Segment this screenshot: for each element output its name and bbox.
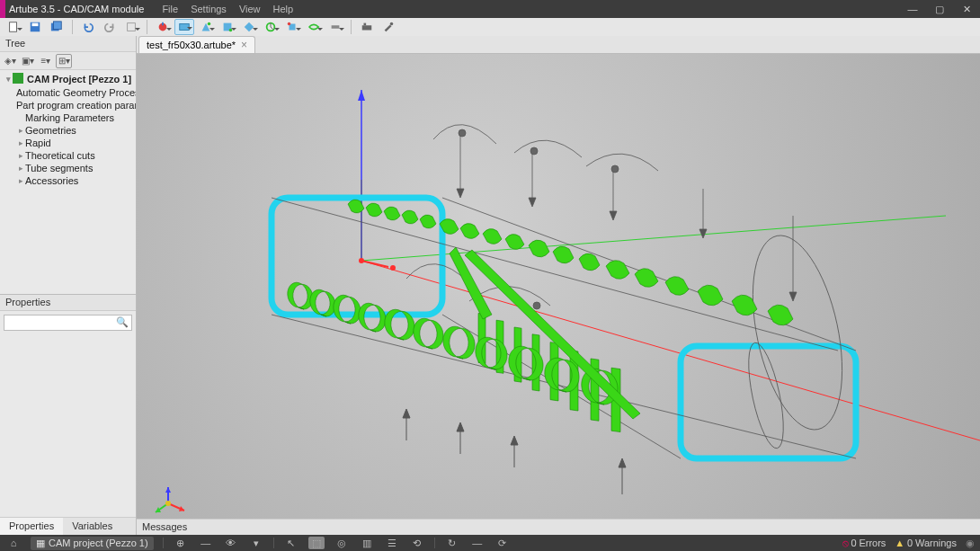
warnings-status[interactable]: ▲ 0 Warnings [895,538,957,548]
errors-status[interactable]: ⦸ 0 Errors [842,538,886,549]
svg-marker-66 [619,458,626,467]
svg-point-11 [229,29,233,32]
svg-marker-64 [511,436,518,445]
tree-mode-icon[interactable]: ⊞▾ [56,54,72,68]
maximize-button[interactable]: ▢ [926,0,953,18]
svg-point-40 [611,165,619,173]
close-tab-icon[interactable]: × [241,39,247,51]
errors-label: Errors [859,538,886,548]
sb-dash2-icon[interactable]: — [469,537,486,549]
sb-play-icon[interactable]: ⟳ [494,537,511,549]
sb-globe-icon[interactable]: ⊕ [173,537,189,549]
tree-item-theoretical-cuts[interactable]: ▸Theoretical cuts [0,149,136,162]
tree-item-geometries[interactable]: ▸Geometries [0,124,136,137]
tree-root[interactable]: ▾ CAM Project [Pezzo 1] [0,72,136,86]
close-button[interactable]: ✕ [953,0,980,18]
sb-snap-icon[interactable]: ◎ [334,537,350,549]
sb-select-icon[interactable]: ⬚ [308,537,325,549]
expand-icon[interactable]: ▸ [16,138,25,147]
3d-viewport[interactable] [137,54,980,519]
menu-help[interactable]: Help [273,4,294,14]
svg-marker-31 [529,198,536,207]
tree-root-label: CAM Project [Pezzo 1] [27,74,131,84]
svg-point-42 [533,302,540,309]
tree-item-rapid[interactable]: ▸Rapid [0,137,136,149]
sb-dash-icon[interactable]: — [198,537,214,549]
svg-point-14 [288,22,291,26]
document-tab[interactable]: test_fr50x30.artube* × [138,36,255,53]
sb-dropdown-icon[interactable]: ▾ [248,537,264,549]
svg-rect-10 [224,23,232,31]
tree-item-auto-geometry[interactable]: Automatic Geometry Proces [0,86,136,99]
tree-item-part-program[interactable]: Part program creation paran [0,99,136,111]
titlebar: Artube 3.5 - CAD/CAM module File Setting… [0,0,980,18]
messages-panel-header[interactable]: Messages [137,519,980,535]
menu-view[interactable]: View [239,4,261,14]
warnings-label: Warnings [915,538,957,548]
save-all-button[interactable] [47,19,67,35]
view-triad [156,487,184,512]
svg-marker-60 [403,409,410,418]
svg-rect-8 [180,24,190,31]
statusbar: ⌂ ▦ CAM project (Pezzo 1) ⊕ — 👁 ▾ ↖ ⬚ ◎ … [0,535,980,551]
tree-item-tube-segments[interactable]: ▸Tube segments [0,162,136,174]
menu-settings[interactable]: Settings [191,4,227,14]
svg-rect-5 [128,23,136,31]
sb-eye-icon[interactable]: 👁 [223,537,239,549]
svg-point-25 [390,265,396,271]
right-panel: test_fr50x30.artube* × [137,36,980,535]
sb-home-icon[interactable]: ⌂ [5,537,22,549]
properties-header: Properties [0,295,136,311]
sb-project-tab[interactable]: ▦ CAM project (Pezzo 1) [31,537,154,550]
minimize-button[interactable]: — [899,0,926,18]
collapse-icon[interactable]: ▾ [4,75,13,84]
svg-marker-37 [789,292,797,301]
sb-refresh-icon[interactable]: ↻ [444,537,460,549]
wireframe [272,125,858,458]
tool-4-button[interactable] [261,19,281,35]
warnings-count: 0 [907,538,913,548]
svg-marker-29 [457,189,464,198]
sb-layer-icon[interactable]: ☰ [384,537,400,549]
expand-icon[interactable]: ▸ [16,176,25,185]
tree-sort-icon[interactable]: ≡▾ [38,54,54,68]
cam-process-button[interactable] [153,19,173,35]
tab-variables[interactable]: Variables [63,518,121,535]
search-icon[interactable]: 🔍 [116,316,129,328]
undo-history-button[interactable] [121,19,141,35]
undo-button[interactable] [78,19,98,35]
properties-search-input[interactable] [4,315,132,331]
svg-rect-17 [364,23,367,26]
sb-more-icon[interactable]: ⟲ [409,537,425,549]
machine-button[interactable] [357,19,377,35]
expand-icon[interactable]: ▸ [16,151,25,160]
save-button[interactable] [25,19,45,35]
tree-item-marking[interactable]: Marking Parameters [0,111,136,124]
tool-5-button[interactable] [282,19,302,35]
sb-grid-icon[interactable]: ▥ [359,537,375,549]
main-toolbar [0,18,980,36]
tab-properties[interactable]: Properties [0,518,63,535]
tool-2-button[interactable] [218,19,237,35]
project-icon [13,73,25,85]
tree-item-accessories[interactable]: ▸Accessories [0,174,136,187]
new-button[interactable] [4,19,23,35]
tool-6-button[interactable] [304,19,324,35]
tool-3-button[interactable] [239,19,259,35]
settings-button[interactable] [379,19,398,35]
redo-button[interactable] [100,19,120,35]
menu-file[interactable]: File [162,4,178,14]
expand-icon[interactable]: ▸ [16,164,25,173]
tree-expand-icon[interactable]: ◈▾ [2,54,18,68]
tool-7-button[interactable] [325,19,345,35]
view-mode-button[interactable] [174,19,194,35]
tool-1-button[interactable] [196,19,216,35]
sb-project-label: CAM project (Pezzo 1) [49,538,148,548]
tree-filter-icon[interactable]: ▣▾ [20,54,36,68]
properties-body [0,334,136,517]
sb-pointer-icon[interactable]: ↖ [283,537,299,549]
expand-icon[interactable]: ▸ [16,126,25,135]
svg-point-38 [459,129,466,137]
properties-panel: Properties 🔍 Properties Variables [0,294,136,535]
viewport-svg [137,54,980,519]
